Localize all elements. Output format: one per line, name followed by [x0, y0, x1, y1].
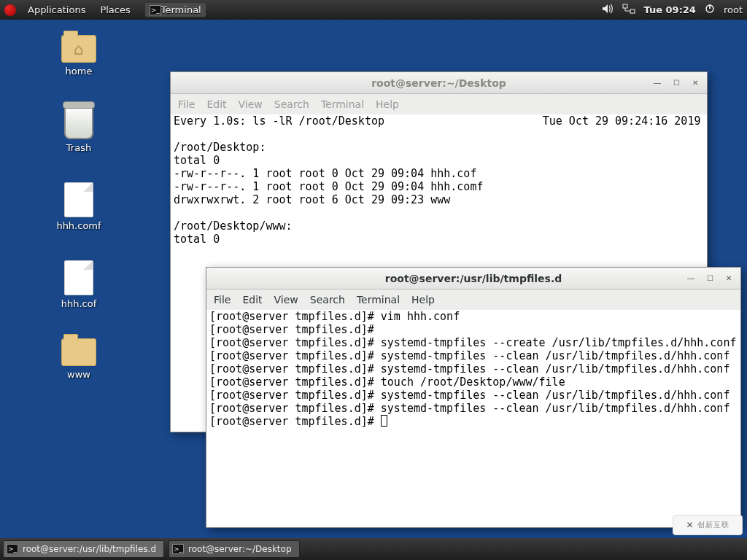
terminal-output[interactable]: [root@server tmpfiles.d]# vim hhh.conf [… [206, 310, 740, 527]
terminal-icon: >_ [7, 544, 18, 554]
volume-icon[interactable] [602, 4, 614, 16]
close-button[interactable]: ✕ [686, 76, 704, 90]
maximize-button[interactable]: ☐ [701, 271, 719, 286]
desktop-icon-label: hhh.cof [61, 298, 97, 309]
desktop-icon-hhh-comf[interactable]: hhh.comf [42, 182, 115, 231]
bottom-taskbar: >_root@server:/usr/lib/tmpfiles.d>_root@… [0, 538, 747, 560]
distro-logo-icon [4, 4, 16, 16]
desktop-icon-Trash[interactable]: Trash [42, 106, 115, 153]
menubar: File Edit View Search Terminal Help [206, 289, 740, 310]
desktop-icon-label: www [67, 369, 90, 380]
desktop-icon-label: home [66, 66, 93, 77]
active-app-indicator[interactable]: >_ Terminal [145, 3, 206, 17]
window-title: root@server:~/Desktop [171, 77, 707, 89]
places-menu[interactable]: Places [93, 4, 137, 15]
desktop-icon-www[interactable]: www [42, 338, 115, 380]
menu-file[interactable]: File [178, 98, 195, 110]
menu-search[interactable]: Search [274, 98, 309, 110]
system-tray: Tue 09:24 root [602, 4, 743, 16]
desktop-icon-label: hhh.comf [56, 220, 101, 231]
taskbar-button-label: root@server:/usr/lib/tmpfiles.d [23, 544, 156, 554]
taskbar-button[interactable]: >_root@server:/usr/lib/tmpfiles.d [3, 540, 164, 558]
folder-icon [61, 338, 96, 366]
network-icon[interactable] [622, 4, 635, 16]
menu-view[interactable]: View [239, 98, 263, 110]
active-app-label: Terminal [161, 4, 201, 15]
menu-view[interactable]: View [274, 294, 298, 306]
menu-search[interactable]: Search [310, 294, 345, 306]
user-label[interactable]: root [724, 4, 743, 15]
top-panel: Applications Places >_ Terminal Tue 09:2… [0, 0, 747, 20]
file-icon [64, 260, 93, 295]
terminal-icon: >_ [150, 5, 161, 15]
terminal-icon: >_ [172, 544, 184, 554]
menu-terminal[interactable]: Terminal [321, 98, 364, 110]
watermark-label: 创新互联 [697, 520, 729, 530]
titlebar[interactable]: root@server:~/Desktop — ☐ ✕ [171, 72, 707, 94]
desktop-icon-home[interactable]: home [42, 35, 115, 77]
applications-menu[interactable]: Applications [20, 4, 93, 15]
close-button[interactable]: ✕ [720, 271, 738, 286]
desktop-icon-label: Trash [66, 142, 91, 153]
menubar: File Edit View Search Terminal Help [171, 94, 707, 114]
terminal-window-tmpfiles: root@server:/usr/lib/tmpfiles.d — ☐ ✕ Fi… [206, 267, 741, 528]
menu-file[interactable]: File [214, 294, 231, 306]
desktop-icons: homeTrashhhh.comfhhh.cofwww [42, 35, 115, 380]
taskbar-button-label: root@server:~/Desktop [188, 544, 291, 554]
maximize-button[interactable]: ☐ [667, 76, 685, 90]
desktop-icon-hhh-cof[interactable]: hhh.cof [42, 260, 115, 309]
menu-terminal[interactable]: Terminal [357, 294, 400, 306]
power-icon[interactable] [705, 4, 715, 16]
clock-label[interactable]: Tue 09:24 [644, 4, 696, 15]
svg-rect-0 [623, 4, 627, 8]
menu-help[interactable]: Help [411, 294, 435, 306]
trash-icon [64, 106, 93, 139]
taskbar-button[interactable]: >_root@server:~/Desktop [169, 540, 299, 558]
terminal-cursor [381, 415, 387, 427]
minimize-button[interactable]: — [649, 76, 666, 90]
menu-help[interactable]: Help [376, 98, 399, 110]
titlebar[interactable]: root@server:/usr/lib/tmpfiles.d — ☐ ✕ [206, 268, 740, 289]
home-folder-icon [61, 35, 96, 63]
window-title: root@server:/usr/lib/tmpfiles.d [206, 273, 740, 284]
watermark: ✕创新互联 [673, 515, 743, 535]
menu-edit[interactable]: Edit [206, 98, 226, 110]
menu-edit[interactable]: Edit [242, 294, 262, 306]
file-icon [64, 182, 93, 217]
minimize-button[interactable]: — [682, 271, 700, 286]
svg-rect-1 [630, 9, 635, 13]
